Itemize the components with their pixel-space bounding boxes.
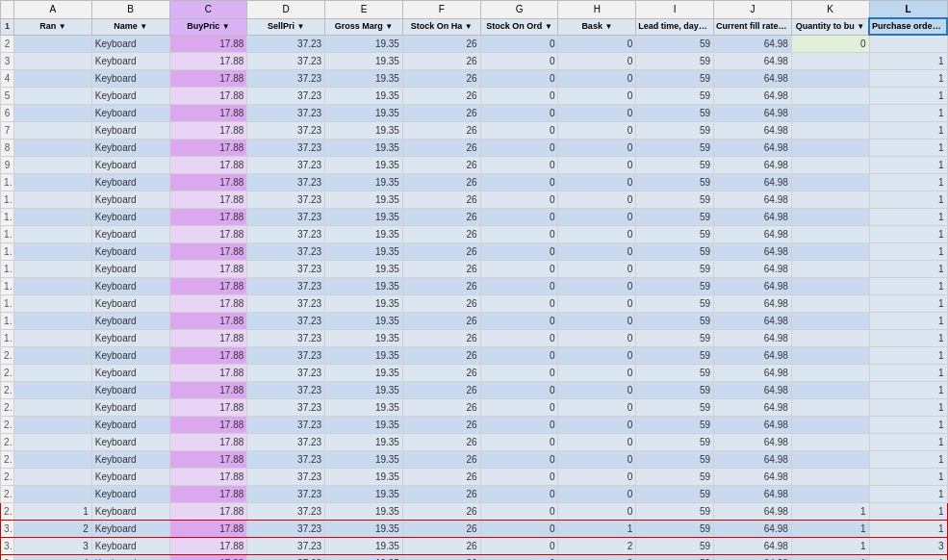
cell-l[interactable]: 1 [869,294,947,312]
cell-e[interactable]: 19.35 [325,520,403,537]
cell-c[interactable]: 17.88 [169,260,247,277]
cell-g[interactable]: 0 [480,87,558,104]
cell-f[interactable]: 26 [402,381,480,398]
cell-e[interactable]: 19.35 [325,139,403,156]
cell-c[interactable]: 17.88 [169,121,247,139]
cell-i[interactable]: 59 [636,69,714,87]
cell-l[interactable]: 1 [869,329,947,346]
cell-g[interactable]: 0 [480,329,558,346]
cell-h[interactable]: 0 [558,416,636,433]
cell-h[interactable]: 0 [558,485,636,502]
cell-a[interactable] [14,416,92,433]
cell-a[interactable] [14,52,92,69]
cell-b[interactable]: Keyboard [91,312,169,329]
cell-f[interactable]: 26 [402,260,480,277]
filter-icon-b[interactable]: ▼ [140,19,147,34]
cell-j[interactable]: 64.98 [714,156,792,173]
cell-f[interactable]: 26 [402,502,480,520]
cell-g[interactable]: 0 [480,139,558,156]
cell-j[interactable]: 64.98 [714,468,792,485]
cell-i[interactable]: 59 [636,485,714,502]
cell-b[interactable]: Keyboard [91,468,169,485]
cell-g[interactable]: 0 [480,277,558,294]
cell-i[interactable]: 59 [636,364,714,381]
cell-e[interactable]: 19.35 [325,416,403,433]
cell-d[interactable]: 37.23 [247,450,325,468]
cell-a[interactable] [14,364,92,381]
cell-b[interactable]: Keyboard [91,381,169,398]
cell-g[interactable]: 0 [480,225,558,242]
cell-h[interactable]: 0 [558,242,636,260]
cell-a[interactable] [14,329,92,346]
cell-b[interactable]: Keyboard [91,87,169,104]
cell-j[interactable]: 64.98 [714,104,792,121]
cell-b[interactable]: Keyboard [91,156,169,173]
cell-f[interactable]: 26 [402,69,480,87]
cell-e[interactable]: 19.35 [325,485,403,502]
cell-a[interactable] [14,260,92,277]
cell-l[interactable]: 1 [869,450,947,468]
cell-j[interactable]: 64.98 [714,433,792,450]
cell-f[interactable]: 26 [402,537,480,554]
cell-e[interactable]: 19.35 [325,329,403,346]
cell-d[interactable]: 37.23 [247,537,325,554]
cell-l[interactable]: 1 [869,468,947,485]
cell-f[interactable]: 26 [402,329,480,346]
cell-f[interactable]: 26 [402,208,480,225]
cell-h[interactable]: 0 [558,208,636,225]
cell-f[interactable]: 26 [402,554,480,560]
cell-a[interactable] [14,398,92,416]
cell-a[interactable]: 3 [14,537,92,554]
cell-l[interactable]: 1 [869,502,947,520]
filter-icon-h[interactable]: ▼ [604,19,612,34]
cell-e[interactable]: 19.35 [325,364,403,381]
cell-k[interactable] [791,485,869,502]
cell-c[interactable]: 17.88 [169,191,247,208]
cell-a[interactable] [14,468,92,485]
cell-k[interactable] [791,381,869,398]
cell-c[interactable]: 17.88 [169,398,247,416]
cell-d[interactable]: 37.23 [247,312,325,329]
cell-j[interactable]: 64.98 [714,52,792,69]
cell-j[interactable]: 64.98 [714,208,792,225]
cell-g[interactable]: 0 [480,502,558,520]
cell-l[interactable]: 1 [869,260,947,277]
cell-j[interactable]: 64.98 [714,191,792,208]
cell-j[interactable]: 64.98 [714,121,792,139]
cell-g[interactable]: 0 [480,537,558,554]
cell-b[interactable]: Keyboard [91,502,169,520]
cell-e[interactable]: 19.35 [325,502,403,520]
cell-l[interactable]: 1 [869,173,947,191]
cell-k[interactable] [791,173,869,191]
cell-c[interactable]: 17.88 [169,156,247,173]
cell-g[interactable]: 0 [480,52,558,69]
cell-b[interactable]: Keyboard [91,554,169,560]
cell-j[interactable]: 64.98 [714,35,792,52]
cell-e[interactable]: 19.35 [325,312,403,329]
cell-h[interactable]: 0 [558,139,636,156]
cell-h[interactable]: 2 [558,537,636,554]
cell-k[interactable] [791,416,869,433]
cell-j[interactable]: 64.98 [714,485,792,502]
cell-g[interactable]: 0 [480,520,558,537]
header-sellprice[interactable]: SellPri ▼ [247,18,325,35]
cell-e[interactable]: 19.35 [325,69,403,87]
cell-k[interactable]: 0 [791,35,869,52]
cell-d[interactable]: 37.23 [247,260,325,277]
cell-h[interactable]: 0 [558,294,636,312]
filter-icon-k[interactable]: ▼ [857,19,864,34]
cell-c[interactable]: 17.88 [169,208,247,225]
cell-d[interactable]: 37.23 [247,225,325,242]
cell-h[interactable]: 0 [558,468,636,485]
cell-l[interactable]: 1 [869,520,947,537]
cell-f[interactable]: 26 [402,173,480,191]
cell-d[interactable]: 37.23 [247,346,325,364]
cell-k[interactable] [791,450,869,468]
cell-l[interactable]: 1 [869,139,947,156]
cell-h[interactable]: 0 [558,277,636,294]
cell-l[interactable]: 1 [869,208,947,225]
header-buyprice[interactable]: BuyPric ▼ [169,18,247,35]
cell-i[interactable]: 59 [636,346,714,364]
cell-e[interactable]: 19.35 [325,537,403,554]
cell-k[interactable] [791,191,869,208]
